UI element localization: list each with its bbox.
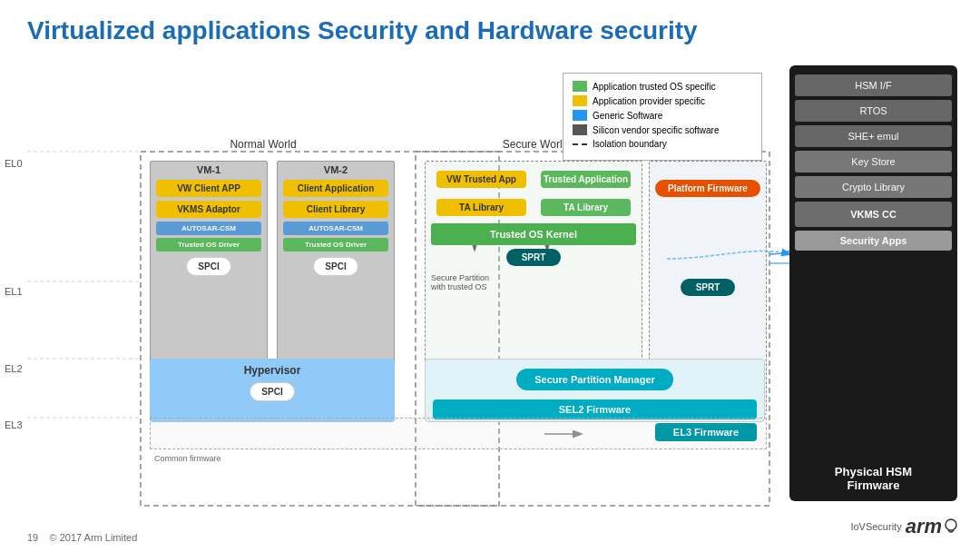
client-library-box: Client Library (283, 201, 388, 218)
slide-title: Virtualized applications Security and Ha… (27, 16, 698, 45)
hypervisor-box: Hypervisor SPCI (150, 359, 395, 422)
client-app-box: Client Application (283, 180, 388, 197)
arm-text: arm (906, 515, 942, 538)
spci-vm1: SPCI (186, 257, 231, 276)
legend-dashed (573, 143, 587, 145)
vw-trusted-app: VW Trusted App (436, 171, 526, 188)
vkms-cc-item: VKMS CC (795, 202, 952, 227)
autosar-csm-vm2: AUTOSAR-CSM (283, 222, 388, 235)
el3-label: EL3 (5, 419, 23, 430)
spm-container: Secure Partition Manager (426, 360, 764, 399)
arm-icon (942, 518, 960, 536)
autosar-csm-vm1: AUTOSAR-CSM (156, 222, 261, 235)
vkms-adaptor-box: VKMS Adaptor (156, 201, 261, 218)
el2-label: EL2 (5, 363, 23, 374)
sprt-1: SPRT (506, 249, 561, 266)
spci-vm2: SPCI (313, 257, 358, 276)
slide: Virtualized applications Security and Ha… (0, 0, 980, 552)
ta-library-1: TA Library (436, 199, 526, 216)
legend-label-blue: Generic Software (593, 111, 662, 121)
rtos-item: RTOS (795, 100, 952, 122)
svg-point-14 (946, 519, 956, 530)
spm-label: Secure Partition Manager (516, 369, 673, 390)
trusted-os-kernel: Trusted OS Kernel (431, 223, 636, 245)
trusted-os-driver-vm2: Trusted OS Driver (283, 238, 388, 251)
legend-blue (573, 110, 587, 121)
trusted-os-driver-vm1: Trusted OS Driver (156, 238, 261, 251)
footer-copyright: 19 © 2017 Arm Limited (27, 532, 137, 543)
trusted-application: Trusted Application (541, 171, 631, 188)
security-apps-stack: Security Apps (795, 231, 952, 276)
legend-green (573, 81, 587, 92)
legend-yellow (573, 95, 587, 106)
spm-area: Secure Partition Manager SEL2 Firmware (425, 359, 765, 422)
physical-hsm-panel: HSM I/F RTOS SHE+ emul Key Store Crypto … (789, 65, 957, 501)
platform-firmware: Platform Firmware (655, 180, 760, 197)
normal-world-label: Normal World (200, 138, 327, 151)
common-firmware-label: Common firmware (154, 454, 221, 463)
hypervisor-label: Hypervisor (150, 359, 395, 379)
key-store-item: Key Store (795, 151, 952, 172)
crypto-library-item: Crypto Library (795, 176, 952, 198)
legend-label-green: Application trusted OS specific (593, 82, 716, 92)
she-emul-item: SHE+ emul (795, 125, 952, 147)
vm1-label: VM-1 (151, 162, 267, 178)
el3-firmware: EL3 Firmware (655, 423, 757, 441)
legend-label-yellow: Application provider specific (593, 96, 705, 106)
common-firmware-box: Common firmware EL3 Firmware (150, 418, 767, 449)
security-apps-item: Security Apps (795, 231, 952, 251)
hsm-title: Physical HSMFirmware (789, 465, 957, 492)
sprt-2: SPRT (681, 279, 735, 296)
legend-label-gray: Silicon vendor specific software (593, 125, 720, 135)
vw-client-app-box: VW Client APP (156, 180, 261, 197)
legend-gray (573, 124, 587, 135)
copyright-text: © 2017 Arm Limited (49, 532, 137, 543)
el1-label: EL1 (5, 286, 23, 297)
legend-label-dashed: Isolation boundary (593, 139, 667, 149)
spci-hypervisor: SPCI (250, 382, 295, 401)
hsm-if-item: HSM I/F (795, 74, 952, 96)
iovsecurity-text: IoVSecurity (850, 521, 901, 532)
secure-partition-1-label: Secure Partitionwith trusted OS (426, 270, 642, 295)
slide-number: 19 (27, 532, 38, 543)
sel2-firmware: SEL2 Firmware (433, 399, 757, 419)
el0-label: EL0 (5, 158, 23, 169)
arm-logo-area: IoVSecurity arm (850, 515, 962, 538)
ta-library-2: TA Library (541, 199, 631, 216)
vm2-label: VM-2 (278, 162, 394, 178)
legend-box: Application trusted OS specific Applicat… (563, 73, 762, 161)
